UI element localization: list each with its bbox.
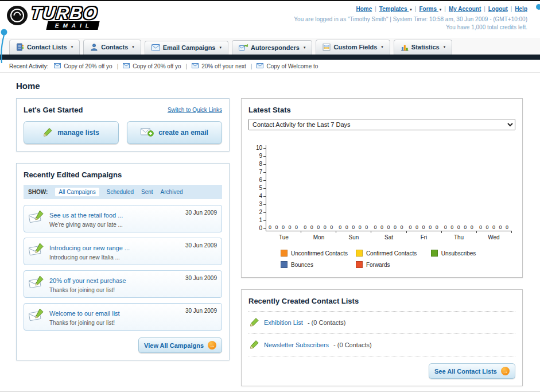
pencil-icon [250, 317, 259, 328]
campaign-list: See us at the retail food ...We're givin… [24, 205, 222, 331]
campaign-title-link[interactable]: Welcome to our email list [49, 310, 120, 317]
activity-item[interactable]: Copy of 20% off yo [123, 63, 181, 69]
contact-list-item[interactable]: Exhibition List- (0 Contacts) [248, 312, 515, 334]
chart-value-labels: 0 0 0 0 0 [371, 224, 406, 230]
envelope-plus-icon [141, 127, 154, 138]
see-all-contact-lists-button[interactable]: See All Contact Lists → [429, 363, 515, 379]
campaign-item[interactable]: 20% off your next purchaseThanks for joi… [24, 270, 222, 298]
filter-sent[interactable]: Sent [141, 189, 153, 195]
campaigns-panel: Recently Edited Campaigns SHOW: All Camp… [16, 163, 230, 360]
tab-autoresponders[interactable]: Autoresponders▾ [232, 40, 312, 55]
top-link-my-account[interactable]: My Account [449, 6, 481, 12]
manage-lists-button[interactable]: manage lists [24, 121, 119, 144]
filter-scheduled[interactable]: Scheduled [107, 189, 134, 195]
contact-list-link[interactable]: Newsletter Subscribers [264, 341, 329, 348]
campaign-subtitle: Thanks for joining our list! [49, 320, 120, 326]
envelope-pencil-icon [29, 242, 45, 258]
logo-text: TURBO EMAIL [31, 5, 99, 30]
campaign-item[interactable]: See us at the retail food ...We're givin… [24, 205, 222, 232]
top-link-forms[interactable]: Forms ▾ [419, 6, 441, 12]
show-label: SHOW: [28, 189, 48, 195]
campaign-title-link[interactable]: Introducing our new range ... [49, 244, 130, 251]
filter-all-campaigns[interactable]: All Campaigns [55, 188, 99, 196]
tab-statistics[interactable]: Statistics▾ [394, 40, 452, 55]
pencil-icon [43, 127, 53, 138]
logo-subtitle: EMAIL [46, 21, 99, 30]
create-email-button[interactable]: create an email [127, 121, 222, 144]
contact-activity-chart: 109876543210 0 0 0 0 00 0 0 0 00 0 0 0 0… [248, 145, 515, 268]
tab-label: Contact Lists [27, 44, 67, 51]
chart-value-labels: 0 0 0 0 0 [442, 224, 477, 230]
separator: | [415, 6, 417, 12]
tab-contact-lists[interactable]: Contact Lists▾ [9, 40, 80, 55]
activity-item[interactable]: Copy of 20% off yo [54, 63, 112, 69]
chart-plot-area: 0 0 0 0 00 0 0 0 00 0 0 0 00 0 0 0 00 0 … [266, 145, 512, 231]
main-nav: Contact Lists▾Contacts▾Email Campaigns▾A… [0, 38, 540, 55]
legend-label: Unsubscribes [441, 250, 476, 257]
separator: | [484, 6, 485, 12]
button-label: manage lists [57, 129, 99, 137]
campaign-date: 30 Jun 2009 [185, 308, 217, 314]
activity-item-label: 20% off your next [201, 63, 246, 69]
top-link-logout[interactable]: Logout [488, 6, 508, 12]
chevron-down-icon: ▾ [444, 45, 446, 49]
decorative-swoosh [0, 29, 8, 64]
x-axis-label: Wed [476, 231, 511, 240]
x-axis-label: Tue [266, 231, 301, 240]
y-tick-label: 10 [256, 145, 266, 151]
campaign-subtitle: We're giving away our late ... [49, 222, 123, 228]
campaign-item[interactable]: Introducing our new range ...Introducing… [24, 238, 222, 265]
activity-item[interactable]: 20% off your next [192, 63, 246, 69]
chevron-down-icon: ▾ [410, 7, 412, 12]
top-right-block: Home|Templates ▾|Forms ▾|My Account|Logo… [294, 3, 534, 38]
y-tick-label: 3 [259, 201, 266, 207]
separator: | [117, 63, 119, 69]
tab-contacts[interactable]: Contacts▾ [83, 40, 141, 55]
top-link-home[interactable]: Home [356, 6, 372, 12]
chart-day-column: 0 0 0 0 0 [301, 145, 336, 231]
campaign-subtitle: Thanks for joining our list! [49, 287, 126, 293]
separator: | [444, 6, 446, 12]
legend-label: Confirmed Contacts [366, 250, 417, 257]
tab-label: Statistics [411, 44, 440, 51]
tab-custom-fields[interactable]: Custom Fields▾ [316, 40, 390, 55]
legend-item: Bounces [281, 261, 356, 268]
email-icon [257, 63, 263, 69]
activity-item[interactable]: Copy of Welcome to [257, 63, 318, 69]
legend-label: Unconfirmed Contacts [291, 250, 348, 257]
chart-day-column: 0 0 0 0 0 [477, 145, 512, 231]
campaign-date: 30 Jun 2009 [185, 275, 217, 281]
legend-item: Confirmed Contacts [356, 250, 431, 257]
main-content: Home Let's Get Started Switch to Quick L… [0, 73, 540, 392]
contact-list-item[interactable]: Newsletter Subscribers- (0 Contacts) [248, 334, 515, 356]
contact-list-link[interactable]: Exhibition List [264, 319, 303, 326]
campaign-subtitle: Introducing our new Italia ... [49, 254, 130, 261]
button-label: View All Campaigns [144, 342, 204, 349]
activity-bar: Recent Activity: Copy of 20% off yo|Copy… [0, 60, 540, 73]
top-link-templates[interactable]: Templates ▾ [379, 6, 412, 12]
chevron-down-icon: ▾ [71, 45, 73, 49]
legend-item: Forwards [356, 261, 431, 268]
view-all-campaigns-button[interactable]: View All Campaigns → [138, 337, 222, 353]
legend-swatch [281, 250, 288, 257]
y-tick-label: 7 [259, 169, 266, 175]
filter-archived[interactable]: Archived [161, 189, 183, 195]
campaign-title-link[interactable]: See us at the retail food ... [49, 212, 123, 219]
campaign-title-link[interactable]: 20% off your next purchase [49, 277, 126, 284]
chevron-down-icon: ▾ [381, 45, 383, 49]
envelope-pencil-icon [29, 275, 45, 291]
y-tick-label: 9 [259, 153, 266, 159]
latest-stats-panel: Latest Stats Contact Activity for the La… [241, 98, 523, 278]
switch-quick-links-link[interactable]: Switch to Quick Links [168, 107, 222, 113]
y-tick-label: 6 [259, 177, 266, 183]
stats-filter-select[interactable]: Contact Activity for the Last 7 Days [248, 119, 515, 130]
campaign-text: 20% off your next purchaseThanks for joi… [49, 275, 126, 293]
top-link-help[interactable]: Help [515, 6, 527, 12]
page-title: Home [16, 81, 523, 91]
campaign-item[interactable]: Welcome to our email listThanks for join… [24, 303, 222, 331]
x-axis-label: Fri [406, 231, 441, 240]
get-started-title: Let's Get Started [24, 106, 83, 114]
top-nav: Home|Templates ▾|Forms ▾|My Account|Logo… [356, 6, 527, 12]
tab-email-campaigns[interactable]: Email Campaigns▾ [145, 41, 228, 55]
envelope-pencil-icon [29, 308, 45, 324]
